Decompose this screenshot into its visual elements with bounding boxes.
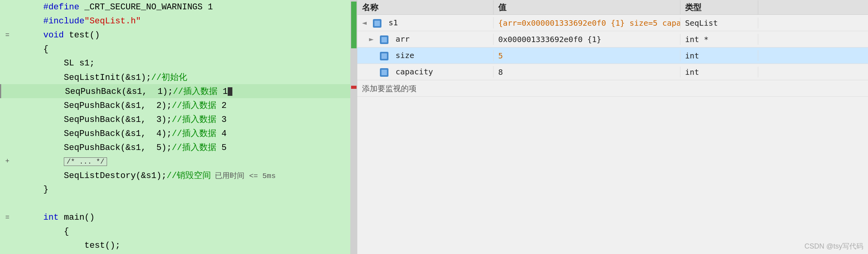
comment-text: //插入数据 xyxy=(172,143,221,153)
add-watch-label[interactable]: 添加要监视的项 xyxy=(357,80,494,97)
cursor xyxy=(228,87,232,96)
code-text: test() xyxy=(64,30,100,40)
line-indicator-14 xyxy=(4,185,11,194)
line-indicator-16: = xyxy=(4,213,11,221)
watch-row-capacity[interactable]: ► capacity 8 int xyxy=(357,64,868,80)
var-name-arr: arr xyxy=(395,34,409,44)
watch-value-capacity: 8 xyxy=(494,67,680,78)
scrollbar-thumb[interactable] xyxy=(351,2,357,48)
watch-type-size: int xyxy=(680,50,758,61)
line-indicator-17 xyxy=(4,227,11,236)
var-icon-capacity xyxy=(380,68,388,77)
watch-value-arr: 0x000001333692e0f0 {1} xyxy=(494,34,680,45)
line-indicator-9 xyxy=(4,115,11,124)
watch-value-size: 5 xyxy=(494,50,680,61)
watch-add-row[interactable]: 添加要监视的项 xyxy=(357,80,868,97)
watch-name-s1: ◄ s1 xyxy=(357,17,494,28)
tree-expand-arr[interactable]: ► xyxy=(369,34,374,44)
var-name-size: size xyxy=(395,51,414,60)
code-text: SeqListDestory(&s1); xyxy=(43,171,167,181)
var-name-capacity: capacity xyxy=(395,67,433,76)
watch-header: 名称 值 类型 xyxy=(357,0,868,15)
scrollbar[interactable] xyxy=(350,0,357,254)
line-indicator-4 xyxy=(4,44,11,54)
line-indicator-13 xyxy=(4,171,11,180)
var-name-s1: s1 xyxy=(388,18,398,27)
code-line-3: = void test() xyxy=(0,28,350,42)
line-indicator-15 xyxy=(4,199,11,208)
watch-header-name: 名称 xyxy=(357,0,494,14)
watermark: CSDN @tsy写代码 xyxy=(805,242,863,251)
watch-header-type: 类型 xyxy=(680,0,758,14)
watch-type-arr: int * xyxy=(680,34,758,45)
number-text: 5 xyxy=(221,143,227,153)
plus-sign[interactable]: + xyxy=(5,157,10,165)
code-line-13: SeqListDestory(&s1);//销毁空间已用时间 <= 5ms xyxy=(0,168,350,182)
code-line-14: } xyxy=(0,182,350,196)
watch-name-size: ► size xyxy=(357,50,494,61)
line-indicator-6 xyxy=(4,72,11,82)
eq-sign: = xyxy=(5,31,10,39)
eq-sign-2: = xyxy=(5,213,10,221)
line-indicator-12: + xyxy=(4,157,11,165)
watch-wrapper: CSDN @tsy写代码 xyxy=(357,97,868,254)
var-icon-s1 xyxy=(373,19,381,28)
line-indicator-10 xyxy=(4,129,11,138)
line-indicator-7 xyxy=(5,86,12,96)
line-indicator-1 xyxy=(4,2,11,12)
scrollbar-error-marker xyxy=(351,86,357,89)
comment-text: //销毁空间 xyxy=(167,171,211,181)
code-content-19: return 0; xyxy=(12,245,131,254)
tree-expand-capacity: ► xyxy=(369,67,374,76)
line-indicator-18 xyxy=(4,241,11,250)
watch-row-arr[interactable]: ► arr 0x000001333692e0f0 {1} int * xyxy=(357,31,868,48)
tree-expand-s1[interactable]: ◄ xyxy=(362,18,367,27)
line-indicator-11 xyxy=(4,143,11,152)
line-indicator-8 xyxy=(4,101,11,110)
watch-type-capacity: int xyxy=(680,67,758,78)
var-icon-arr xyxy=(380,35,388,44)
var-icon-size xyxy=(380,52,388,60)
time-hint: 已用时间 <= 5ms xyxy=(215,172,276,180)
watch-row-size[interactable]: ► size 5 int xyxy=(357,48,868,64)
watch-header-value: 值 xyxy=(494,0,680,14)
line-indicator-3: = xyxy=(4,31,11,39)
watch-row-s1[interactable]: ◄ s1 {arr=0x000001333692e0f0 {1} size=5 … xyxy=(357,15,868,31)
watch-value-s1: {arr=0x000001333692e0f0 {1} size=5 capac… xyxy=(494,18,680,28)
watch-name-arr: ► arr xyxy=(357,34,494,45)
watch-panel: 名称 值 类型 ◄ s1 {arr=0x000001333692e0f0 {1}… xyxy=(357,0,868,254)
code-line-19: return 0; xyxy=(0,252,350,254)
watch-type-s1: SeqList xyxy=(680,18,758,28)
tree-expand-size: ► xyxy=(369,51,374,60)
code-panel: #define _CRT_SECURE_NO_WARNINGS 1 #inclu… xyxy=(0,0,350,254)
code-text: } xyxy=(43,185,48,194)
line-indicator-2 xyxy=(4,16,11,26)
watch-name-capacity: ► capacity xyxy=(357,66,494,78)
line-indicator-5 xyxy=(4,58,11,68)
